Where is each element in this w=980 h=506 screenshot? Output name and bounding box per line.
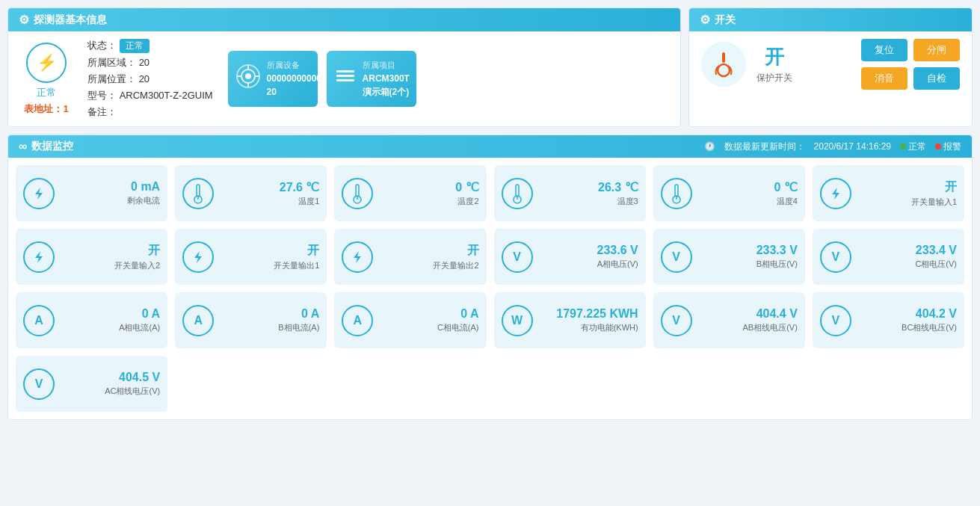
project-card-icon — [334, 65, 357, 93]
detector-status-normal: 正常 — [37, 86, 56, 99]
metric-value-2: 0 ℃ — [455, 180, 478, 194]
metric-card-12: A 0 A A相电流(A) — [16, 292, 167, 348]
switch-icon-circle — [701, 42, 746, 87]
metric-value-5: 开 — [945, 179, 957, 195]
metric-data-16: 404.4 V AB相线电压(V) — [700, 307, 798, 333]
device-card: 所属设备 000000000000 20 — [228, 51, 318, 107]
detector-panel-title: 探测器基本信息 — [34, 13, 107, 27]
metric-value-15: 1797.225 KWH — [556, 307, 638, 321]
status-alarm-dot: 报警 — [935, 141, 961, 153]
metric-label-11: C相电压(V) — [915, 259, 957, 270]
project-card: 所属项目 ARCM300T 演示箱(2个) — [327, 51, 416, 107]
metric-label-3: 温度3 — [617, 196, 638, 207]
svg-rect-8 — [336, 75, 354, 77]
metric-card-14: A 0 A C相电流(A) — [334, 292, 486, 348]
metric-card-7: 开 开关量输出1 — [175, 229, 327, 285]
project-card-label: 所属项目 — [363, 59, 410, 72]
metric-label-17: BC相线电压(V) — [902, 322, 957, 333]
project-card-value: ARCM300T 演示箱(2个) — [363, 72, 410, 99]
main-container: ⚙ 探测器基本信息 ⚡ 正常 表地址：1 状态： — [0, 0, 980, 428]
metric-card-0: 0 mA 剩余电流 — [16, 165, 167, 221]
metric-label-15: 有功电能(KWH) — [581, 322, 638, 333]
metric-icon-17: V — [820, 305, 851, 336]
svg-rect-10 — [722, 52, 725, 63]
metric-card-4: 0 ℃ 温度4 — [653, 165, 805, 221]
metric-value-16: 404.4 V — [756, 307, 798, 321]
monitor-grid: 0 mA 剩余电流 27.6 ℃ 温度1 0 ℃ 温度2 26.3 ℃ 温度3 … — [8, 158, 972, 419]
metric-icon-18: V — [23, 368, 55, 400]
metric-value-8: 开 — [467, 243, 479, 259]
detector-status-box: ⚡ 正常 表地址：1 — [20, 43, 73, 116]
state-badge: 正常 — [120, 39, 150, 53]
metric-data-3: 26.3 ℃ 温度3 — [540, 180, 638, 207]
monitor-header-icon: ∞ — [19, 140, 27, 153]
metric-card-16: V 404.4 V AB相线电压(V) — [653, 292, 805, 348]
metric-card-2: 0 ℃ 温度2 — [334, 165, 486, 221]
metric-data-8: 开 开关量输出2 — [380, 243, 478, 271]
switch-panel-header: ⚙ 开关 — [689, 8, 972, 31]
metric-icon-7 — [182, 241, 214, 273]
metric-value-18: 404.5 V — [119, 371, 160, 384]
metric-value-1: 27.6 ℃ — [280, 180, 320, 194]
metric-icon-1 — [182, 178, 214, 209]
metric-card-5: 开 开关量输入1 — [813, 165, 964, 221]
metric-icon-4 — [661, 178, 692, 209]
detector-panel: ⚙ 探测器基本信息 ⚡ 正常 表地址：1 状态： — [7, 7, 681, 127]
monitor-panel-title: 数据监控 — [31, 140, 73, 153]
project-card-text: 所属项目 ARCM300T 演示箱(2个) — [363, 59, 410, 99]
metric-icon-5 — [820, 178, 851, 209]
selfcheck-button[interactable]: 自检 — [913, 67, 960, 90]
green-dot — [900, 144, 906, 149]
metric-data-18: 404.5 V AC相线电压(V) — [62, 371, 160, 397]
svg-point-11 — [718, 64, 730, 76]
metric-card-17: V 404.2 V BC相线电压(V) — [813, 292, 964, 348]
mute-button[interactable]: 消音 — [861, 67, 907, 90]
status-normal-dot: 正常 — [900, 141, 926, 153]
monitor-panel: ∞ 数据监控 🕐 数据最新更新时间： 2020/6/17 14:16:29 正常… — [7, 135, 973, 420]
metric-icon-12: A — [23, 305, 55, 336]
model-label: 型号： — [87, 90, 117, 101]
svg-rect-16 — [356, 185, 359, 197]
metric-icon-2 — [342, 178, 373, 209]
metric-data-11: 233.4 V C相电压(V) — [859, 244, 957, 270]
detector-model-row: 型号： ARCM300T-Z-2GUIM — [87, 89, 213, 102]
note-label: 备注： — [87, 106, 117, 117]
metric-label-2: 温度2 — [457, 196, 478, 207]
top-row: ⚙ 探测器基本信息 ⚡ 正常 表地址：1 状态： — [7, 7, 973, 127]
metric-icon-8 — [342, 241, 373, 273]
switch-content: 开 保护开关 复位 分闸 消音 自检 — [689, 31, 972, 97]
switch-buttons: 复位 分闸 消音 自检 — [861, 39, 960, 90]
monitor-header-right: 🕐 数据最新更新时间： 2020/6/17 14:16:29 正常 报警 — [704, 141, 961, 153]
metric-value-7: 开 — [307, 243, 319, 259]
detector-location-row: 所属位置： 20 — [87, 72, 213, 86]
monitor-title: ∞ 数据监控 — [19, 140, 73, 153]
svg-marker-26 — [35, 251, 43, 263]
metric-data-15: 1797.225 KWH 有功电能(KWH) — [540, 307, 638, 333]
reset-button[interactable]: 复位 — [861, 39, 907, 61]
device-card-label: 所属设备 — [267, 59, 327, 72]
metric-label-10: B相电压(V) — [756, 259, 798, 270]
metric-card-10: V 233.3 V B相电压(V) — [653, 229, 805, 285]
metric-value-12: 0 A — [142, 307, 160, 321]
detector-panel-header: ⚙ 探测器基本信息 — [8, 8, 680, 31]
detector-info: 状态： 正常 所属区域： 20 所属位置： 20 型号： ARCM300T-Z-… — [87, 39, 213, 119]
metric-label-0: 剩余电流 — [127, 195, 160, 206]
metric-card-15: W 1797.225 KWH 有功电能(KWH) — [494, 292, 646, 348]
metric-label-12: A相电流(A) — [119, 322, 160, 333]
detector-note-row: 备注： — [87, 105, 213, 119]
metric-data-2: 0 ℃ 温度2 — [380, 180, 478, 207]
mac-label: 表地址： — [24, 103, 63, 114]
metric-data-9: 233.6 V A相电压(V) — [540, 244, 638, 270]
split-button[interactable]: 分闸 — [913, 39, 960, 61]
svg-marker-25 — [832, 188, 839, 200]
switch-state: 开 保护开关 — [756, 44, 792, 84]
metric-data-1: 27.6 ℃ 温度1 — [221, 180, 319, 207]
metric-value-10: 233.3 V — [756, 244, 798, 257]
update-time: 2020/6/17 14:16:29 — [814, 141, 891, 152]
detector-content: ⚡ 正常 表地址：1 状态： 正常 所属区域： 20 — [8, 31, 680, 126]
location-value: 20 — [139, 73, 150, 84]
detector-state-row: 状态： 正常 — [87, 39, 213, 53]
svg-point-2 — [245, 73, 251, 79]
metric-icon-16: V — [661, 305, 692, 336]
detector-mac-address: 表地址：1 — [24, 102, 68, 116]
